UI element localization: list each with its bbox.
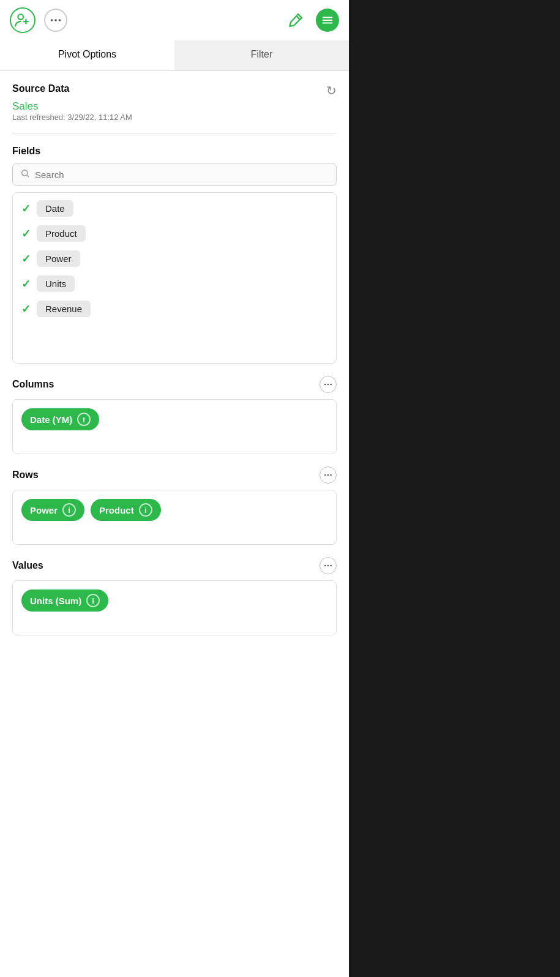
field-tag-units: Units bbox=[37, 275, 75, 292]
last-refreshed: Last refreshed: 3/29/22, 11:12 AM bbox=[12, 113, 337, 122]
columns-label: Columns bbox=[12, 379, 54, 390]
rows-tag-product[interactable]: Product i bbox=[91, 499, 161, 521]
values-tag-units-sum[interactable]: Units (Sum) i bbox=[21, 590, 108, 612]
main-content: Source Data ↻ Sales Last refreshed: 3/29… bbox=[0, 71, 349, 977]
svg-point-3 bbox=[51, 19, 53, 21]
svg-line-6 bbox=[296, 16, 300, 20]
field-item-product[interactable]: ✓ Product bbox=[21, 225, 327, 242]
check-units: ✓ bbox=[21, 277, 31, 291]
refresh-icon[interactable]: ↻ bbox=[326, 83, 337, 98]
columns-info-icon[interactable]: i bbox=[77, 413, 91, 426]
rows-product-info-icon[interactable]: i bbox=[139, 503, 152, 517]
columns-section: Columns Date (YM) i bbox=[12, 376, 337, 454]
columns-tag-date-ym[interactable]: Date (YM) i bbox=[21, 408, 99, 430]
search-input[interactable] bbox=[35, 170, 329, 180]
topbar-left bbox=[10, 7, 67, 33]
values-units-info-icon[interactable]: i bbox=[86, 594, 100, 607]
rows-header: Rows bbox=[12, 466, 337, 484]
rows-section: Rows Power i Product i bbox=[12, 466, 337, 545]
svg-point-10 bbox=[22, 170, 28, 176]
svg-point-19 bbox=[327, 565, 329, 567]
topbar-right bbox=[284, 9, 339, 32]
dark-area bbox=[349, 0, 560, 977]
search-icon bbox=[20, 168, 30, 181]
menu-icon[interactable] bbox=[316, 9, 339, 32]
field-item-revenue[interactable]: ✓ Revenue bbox=[21, 301, 327, 317]
rows-tag-power[interactable]: Power i bbox=[21, 499, 84, 521]
svg-point-18 bbox=[324, 565, 326, 567]
field-tag-revenue: Revenue bbox=[37, 301, 91, 317]
svg-point-17 bbox=[330, 474, 332, 476]
topbar bbox=[0, 0, 349, 40]
source-data-header: Source Data ↻ bbox=[12, 83, 337, 98]
values-header: Values bbox=[12, 557, 337, 574]
values-more-icon[interactable] bbox=[319, 557, 337, 574]
fields-list: ✓ Date ✓ Product ✓ Power ✓ Units ✓ Reven… bbox=[12, 192, 337, 364]
svg-point-12 bbox=[324, 384, 326, 386]
fields-label: Fields bbox=[12, 146, 337, 157]
svg-point-5 bbox=[59, 19, 61, 21]
svg-point-0 bbox=[18, 14, 23, 20]
field-item-units[interactable]: ✓ Units bbox=[21, 275, 327, 292]
check-product: ✓ bbox=[21, 227, 31, 241]
columns-area: Date (YM) i bbox=[12, 399, 337, 454]
add-user-icon[interactable] bbox=[10, 7, 35, 33]
values-section: Values Units (Sum) i bbox=[12, 557, 337, 635]
rows-power-info-icon[interactable]: i bbox=[62, 503, 76, 517]
tab-pivot-options[interactable]: Pivot Options bbox=[0, 40, 174, 70]
field-tag-date: Date bbox=[37, 200, 73, 217]
columns-more-icon[interactable] bbox=[319, 376, 337, 393]
source-name[interactable]: Sales bbox=[12, 100, 337, 113]
field-item-power[interactable]: ✓ Power bbox=[21, 250, 327, 267]
columns-header: Columns bbox=[12, 376, 337, 393]
svg-point-15 bbox=[324, 474, 326, 476]
svg-line-11 bbox=[27, 175, 29, 177]
source-data-label: Source Data bbox=[12, 83, 69, 94]
rows-label: Rows bbox=[12, 470, 39, 481]
svg-point-14 bbox=[330, 384, 332, 386]
rows-area: Power i Product i bbox=[12, 490, 337, 545]
svg-point-13 bbox=[327, 384, 329, 386]
search-box[interactable] bbox=[12, 163, 337, 186]
values-label: Values bbox=[12, 560, 43, 571]
svg-point-4 bbox=[54, 19, 57, 21]
field-tag-power: Power bbox=[37, 250, 80, 267]
tabs: Pivot Options Filter bbox=[0, 40, 349, 71]
tab-filter[interactable]: Filter bbox=[174, 40, 349, 70]
check-date: ✓ bbox=[21, 202, 31, 215]
check-power: ✓ bbox=[21, 252, 31, 266]
brush-icon[interactable] bbox=[284, 9, 307, 32]
field-tag-product: Product bbox=[37, 225, 86, 242]
field-item-date[interactable]: ✓ Date bbox=[21, 200, 327, 217]
divider bbox=[12, 133, 337, 133]
svg-point-20 bbox=[330, 565, 332, 567]
check-revenue: ✓ bbox=[21, 302, 31, 316]
more-icon[interactable] bbox=[44, 9, 67, 32]
svg-point-16 bbox=[327, 474, 329, 476]
rows-more-icon[interactable] bbox=[319, 466, 337, 484]
values-area: Units (Sum) i bbox=[12, 580, 337, 635]
